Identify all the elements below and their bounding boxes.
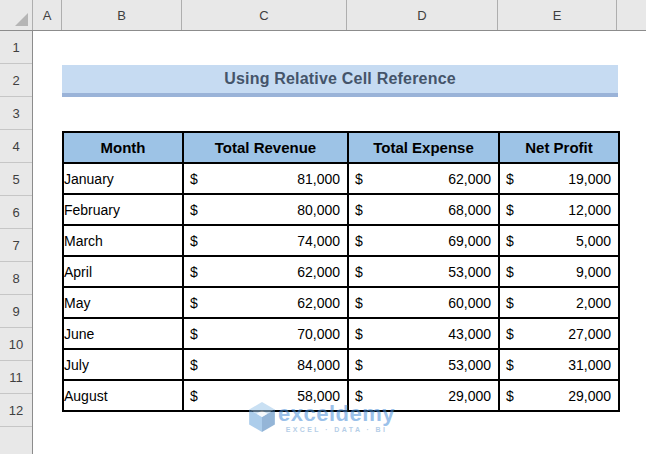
currency-symbol: $ xyxy=(190,202,198,218)
header-cell-expense[interactable]: Total Expense xyxy=(348,132,499,163)
currency-symbol: $ xyxy=(355,388,363,404)
month-cell[interactable]: May xyxy=(63,287,183,318)
revenue-cell[interactable]: $62,000 xyxy=(183,287,348,318)
revenue-value: 74,000 xyxy=(297,233,340,249)
profit-value: 9,000 xyxy=(576,264,611,280)
column-header-c[interactable]: C xyxy=(182,0,347,30)
header-cell-revenue[interactable]: Total Revenue xyxy=(183,132,348,163)
expense-cell[interactable]: $62,000 xyxy=(348,163,499,194)
currency-symbol: $ xyxy=(355,233,363,249)
column-header-d[interactable]: D xyxy=(347,0,498,30)
profit-cell[interactable]: $31,000 xyxy=(499,349,619,380)
revenue-value: 62,000 xyxy=(297,264,340,280)
month-cell[interactable]: July xyxy=(63,349,183,380)
expense-cell[interactable]: $68,000 xyxy=(348,194,499,225)
profit-value: 2,000 xyxy=(576,295,611,311)
revenue-value: 70,000 xyxy=(297,326,340,342)
row-header-8[interactable]: 8 xyxy=(0,262,32,295)
profit-cell[interactable]: $19,000 xyxy=(499,163,619,194)
month-cell[interactable]: January xyxy=(63,163,183,194)
row-header-9[interactable]: 9 xyxy=(0,295,32,328)
revenue-value: 81,000 xyxy=(297,171,340,187)
expense-value: 62,000 xyxy=(448,171,491,187)
title-banner[interactable]: Using Relative Cell Reference xyxy=(62,65,618,97)
data-table: Month Total Revenue Total Expense Net Pr… xyxy=(62,131,620,412)
month-cell[interactable]: March xyxy=(63,225,183,256)
expense-value: 53,000 xyxy=(448,357,491,373)
currency-symbol: $ xyxy=(190,171,198,187)
row-header-3[interactable]: 3 xyxy=(0,97,32,130)
revenue-cell[interactable]: $84,000 xyxy=(183,349,348,380)
expense-cell[interactable]: $43,000 xyxy=(348,318,499,349)
header-cell-profit[interactable]: Net Profit xyxy=(499,132,619,163)
table-body: January$81,000$62,000$19,000February$80,… xyxy=(63,163,619,411)
currency-symbol: $ xyxy=(506,357,514,373)
month-cell[interactable]: February xyxy=(63,194,183,225)
currency-symbol: $ xyxy=(355,202,363,218)
table-row: July$84,000$53,000$31,000 xyxy=(63,349,619,380)
currency-symbol: $ xyxy=(506,171,514,187)
row-header-7[interactable]: 7 xyxy=(0,229,32,262)
column-header-b[interactable]: B xyxy=(62,0,182,30)
currency-symbol: $ xyxy=(190,326,198,342)
revenue-cell[interactable]: $74,000 xyxy=(183,225,348,256)
revenue-cell[interactable]: $62,000 xyxy=(183,256,348,287)
currency-symbol: $ xyxy=(506,295,514,311)
revenue-cell[interactable]: $80,000 xyxy=(183,194,348,225)
table-row: April$62,000$53,000$9,000 xyxy=(63,256,619,287)
table-header-row: Month Total Revenue Total Expense Net Pr… xyxy=(63,132,619,163)
table-row: May$62,000$60,000$2,000 xyxy=(63,287,619,318)
revenue-cell[interactable]: $81,000 xyxy=(183,163,348,194)
revenue-value: 62,000 xyxy=(297,295,340,311)
expense-cell[interactable]: $29,000 xyxy=(348,380,499,411)
profit-value: 19,000 xyxy=(568,171,611,187)
row-header-1[interactable]: 1 xyxy=(0,31,32,64)
row-header-11[interactable]: 11 xyxy=(0,361,32,394)
revenue-cell[interactable]: $70,000 xyxy=(183,318,348,349)
table-row: February$80,000$68,000$12,000 xyxy=(63,194,619,225)
expense-cell[interactable]: $53,000 xyxy=(348,349,499,380)
month-cell[interactable]: April xyxy=(63,256,183,287)
table-row: January$81,000$62,000$19,000 xyxy=(63,163,619,194)
profit-value: 31,000 xyxy=(568,357,611,373)
column-header-f-partial[interactable] xyxy=(617,0,646,30)
column-header-e[interactable]: E xyxy=(498,0,617,30)
profit-cell[interactable]: $12,000 xyxy=(499,194,619,225)
table-row: August$58,000$29,000$29,000 xyxy=(63,380,619,411)
profit-value: 29,000 xyxy=(568,388,611,404)
expense-cell[interactable]: $69,000 xyxy=(348,225,499,256)
profit-cell[interactable]: $2,000 xyxy=(499,287,619,318)
row-header-6[interactable]: 6 xyxy=(0,196,32,229)
table-row: March$74,000$69,000$5,000 xyxy=(63,225,619,256)
header-cell-month[interactable]: Month xyxy=(63,132,183,163)
month-cell[interactable]: June xyxy=(63,318,183,349)
row-header-2[interactable]: 2 xyxy=(0,64,32,97)
row-header-12[interactable]: 12 xyxy=(0,394,32,427)
profit-value: 12,000 xyxy=(568,202,611,218)
profit-cell[interactable]: $5,000 xyxy=(499,225,619,256)
profit-cell[interactable]: $27,000 xyxy=(499,318,619,349)
title-text: Using Relative Cell Reference xyxy=(224,70,456,88)
profit-cell[interactable]: $29,000 xyxy=(499,380,619,411)
row-header-10[interactable]: 10 xyxy=(0,328,32,361)
currency-symbol: $ xyxy=(190,233,198,249)
revenue-cell[interactable]: $58,000 xyxy=(183,380,348,411)
expense-cell[interactable]: $60,000 xyxy=(348,287,499,318)
select-all-button[interactable] xyxy=(0,0,33,30)
revenue-value: 58,000 xyxy=(297,388,340,404)
currency-symbol: $ xyxy=(506,264,514,280)
expense-cell[interactable]: $53,000 xyxy=(348,256,499,287)
row-header-5[interactable]: 5 xyxy=(0,163,32,196)
column-header-a[interactable]: A xyxy=(33,0,62,30)
expense-value: 69,000 xyxy=(448,233,491,249)
expense-value: 68,000 xyxy=(448,202,491,218)
currency-symbol: $ xyxy=(506,233,514,249)
currency-symbol: $ xyxy=(506,326,514,342)
currency-symbol: $ xyxy=(355,326,363,342)
currency-symbol: $ xyxy=(355,264,363,280)
column-header-strip: A B C D E xyxy=(0,0,646,31)
month-cell[interactable]: August xyxy=(63,380,183,411)
profit-cell[interactable]: $9,000 xyxy=(499,256,619,287)
row-header-4[interactable]: 4 xyxy=(0,130,32,163)
expense-value: 53,000 xyxy=(448,264,491,280)
